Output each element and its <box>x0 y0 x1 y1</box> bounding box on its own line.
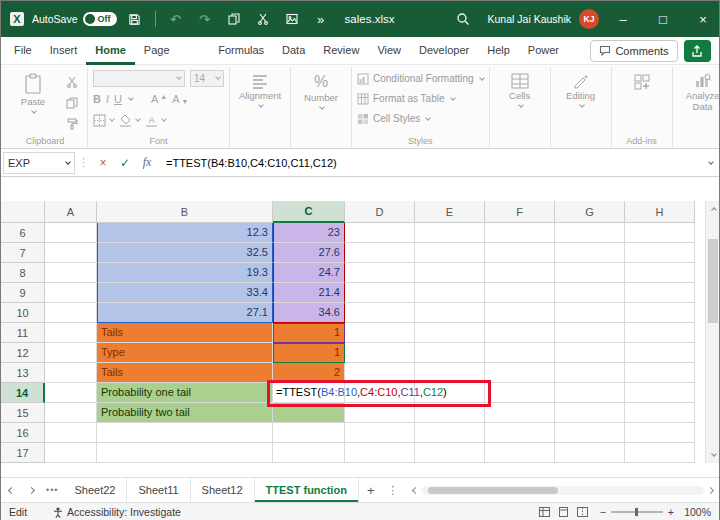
alignment-button[interactable]: Alignment <box>235 69 285 108</box>
cell-D15[interactable] <box>345 403 415 423</box>
cell-C11[interactable]: 1 <box>273 323 345 343</box>
accessibility-checker[interactable]: Accessibility: Investigate <box>53 506 181 518</box>
cell-F15[interactable] <box>485 403 555 423</box>
row-header-13[interactable]: 13 <box>1 363 45 383</box>
cell-C10[interactable]: 34.6 <box>273 303 345 323</box>
horizontal-scrollbar[interactable] <box>403 478 719 502</box>
font-name-select[interactable] <box>93 70 185 87</box>
sheet-options-icon[interactable]: ⋮ <box>383 478 403 502</box>
cell-A10[interactable] <box>45 303 97 323</box>
format-as-table-button[interactable]: Format as Table <box>357 89 455 108</box>
save-icon[interactable] <box>124 8 146 30</box>
cell-A8[interactable] <box>45 263 97 283</box>
cell-F13[interactable] <box>485 363 555 383</box>
cell-A16[interactable] <box>45 423 97 443</box>
cell-B7[interactable]: 32.5 <box>97 243 273 263</box>
font-color-icon[interactable]: A <box>145 114 166 127</box>
cell-E9[interactable] <box>415 283 485 303</box>
cell-B6[interactable]: 12.3 <box>97 223 273 243</box>
cell-C6[interactable]: 23 <box>273 223 345 243</box>
row-header-15[interactable]: 15 <box>1 403 45 423</box>
cell-E11[interactable] <box>415 323 485 343</box>
cell-F6[interactable] <box>485 223 555 243</box>
insert-function-button[interactable]: fx <box>136 152 158 174</box>
row-header-6[interactable]: 6 <box>1 223 45 243</box>
qat-picture-icon[interactable] <box>281 8 303 30</box>
next-sheet-icon[interactable] <box>21 478 41 502</box>
row-header-16[interactable]: 16 <box>1 423 45 443</box>
cell-G6[interactable] <box>555 223 625 243</box>
cell-D12[interactable] <box>345 343 415 363</box>
cell-G16[interactable] <box>555 423 625 443</box>
user-avatar[interactable]: KJ <box>579 9 599 29</box>
cell-B13[interactable]: Tails <box>97 363 273 383</box>
cell-F14[interactable] <box>485 383 555 403</box>
bold-button[interactable]: B <box>93 93 101 105</box>
cut-icon[interactable] <box>62 73 82 91</box>
cell-B8[interactable]: 19.3 <box>97 263 273 283</box>
cell-E8[interactable] <box>415 263 485 283</box>
cell-A15[interactable] <box>45 403 97 423</box>
formula-bar-grip[interactable]: ⋮ <box>75 156 92 169</box>
format-painter-icon[interactable] <box>62 115 82 133</box>
cell-A11[interactable] <box>45 323 97 343</box>
cell-H16[interactable] <box>625 423 695 443</box>
row-header-14[interactable]: 14 <box>1 383 45 403</box>
cell-E13[interactable] <box>415 363 485 383</box>
undo-icon[interactable]: ↶ <box>165 8 187 30</box>
column-header-a[interactable]: A <box>45 201 97 223</box>
cell-H12[interactable] <box>625 343 695 363</box>
cell-B9[interactable]: 33.4 <box>97 283 273 303</box>
column-header-e[interactable]: E <box>415 201 485 223</box>
autosave-toggle[interactable]: Off <box>83 12 117 26</box>
cell-C8[interactable]: 24.7 <box>273 263 345 283</box>
qat-cut-icon[interactable] <box>252 8 274 30</box>
cell-C16[interactable] <box>273 423 345 443</box>
scroll-down-icon[interactable] <box>706 449 719 463</box>
document-title[interactable]: sales.xlsx <box>345 13 395 25</box>
cell-C13[interactable]: 2 <box>273 363 345 383</box>
cell-F12[interactable] <box>485 343 555 363</box>
column-header-f[interactable]: F <box>485 201 555 223</box>
cell-E7[interactable] <box>415 243 485 263</box>
zoom-in-icon[interactable]: + <box>668 506 674 518</box>
cell-G8[interactable] <box>555 263 625 283</box>
cell-F10[interactable] <box>485 303 555 323</box>
page-layout-view-icon[interactable] <box>558 507 569 517</box>
cell-E16[interactable] <box>415 423 485 443</box>
user-name[interactable]: Kunal Jai Kaushik <box>488 13 571 25</box>
tab-view[interactable]: View <box>368 37 410 65</box>
cell-D11[interactable] <box>345 323 415 343</box>
cell-D10[interactable] <box>345 303 415 323</box>
cell-E15[interactable] <box>415 403 485 423</box>
column-header-b[interactable]: B <box>97 201 273 223</box>
cell-A6[interactable] <box>45 223 97 243</box>
row-header-17[interactable]: 17 <box>1 443 45 463</box>
borders-icon[interactable] <box>93 114 114 127</box>
cell-G12[interactable] <box>555 343 625 363</box>
autosave-control[interactable]: AutoSave Off <box>32 12 117 26</box>
all-sheets-icon[interactable]: ••• <box>41 478 63 502</box>
share-button[interactable] <box>684 40 711 62</box>
tab-help[interactable]: Help <box>478 37 519 65</box>
cell-A7[interactable] <box>45 243 97 263</box>
cell-H15[interactable] <box>625 403 695 423</box>
tab-power-pivot[interactable]: Power Pivot <box>519 37 591 65</box>
cell-B10[interactable]: 27.1 <box>97 303 273 323</box>
cell-D13[interactable] <box>345 363 415 383</box>
copy-icon[interactable] <box>62 94 82 112</box>
cell-H9[interactable] <box>625 283 695 303</box>
tab-formulas[interactable]: Formulas <box>209 37 273 65</box>
underline-button[interactable]: U <box>114 93 122 105</box>
font-size-select[interactable]: 14 <box>190 70 224 87</box>
cell-B11[interactable]: Tails <box>97 323 273 343</box>
cell-C17[interactable] <box>273 443 345 463</box>
column-header-g[interactable]: G <box>555 201 625 223</box>
cell-C7[interactable]: 27.6 <box>273 243 345 263</box>
cell-D6[interactable] <box>345 223 415 243</box>
new-sheet-button[interactable]: + <box>359 478 383 502</box>
confirm-entry-button[interactable]: ✓ <box>114 152 136 174</box>
cancel-entry-button[interactable]: × <box>92 152 114 174</box>
scroll-up-icon[interactable] <box>706 201 719 215</box>
cells-button[interactable]: Cells <box>495 69 545 108</box>
